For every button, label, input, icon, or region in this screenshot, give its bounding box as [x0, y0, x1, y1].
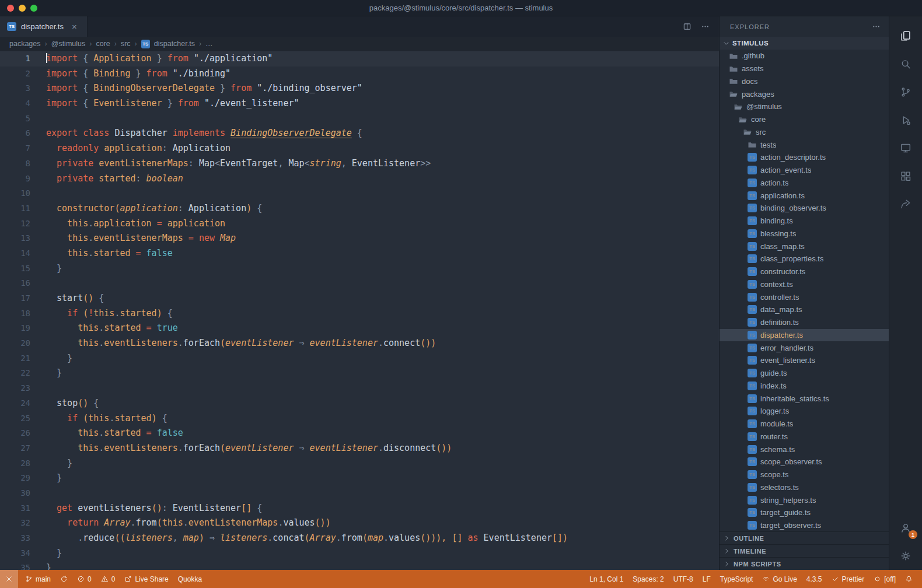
minimize-window-button[interactable]: [19, 5, 26, 12]
code-line-8[interactable]: 8 private eventListenerMaps: Map<EventTa…: [0, 156, 719, 172]
tree-item-router-ts[interactable]: TSrouter.ts: [720, 430, 889, 443]
close-tab-button[interactable]: ×: [72, 22, 77, 31]
problems-warnings[interactable]: 0: [96, 570, 120, 588]
tree-item-module-ts[interactable]: TSmodule.ts: [720, 418, 889, 430]
code-line-3[interactable]: 3import { BindingObserverDelegate } from…: [0, 81, 719, 96]
code-line-1[interactable]: 1import { Application } from "./applicat…: [0, 51, 719, 66]
code-line-7[interactable]: 7 readonly application: Application: [0, 141, 719, 156]
live-share-status[interactable]: Live Share: [120, 570, 173, 588]
activity-source-control[interactable]: [889, 78, 922, 106]
tree-item-docs[interactable]: docs: [720, 75, 889, 88]
code-line-19[interactable]: 19 this.started = true: [0, 321, 719, 336]
code-line-21[interactable]: 21 }: [0, 351, 719, 366]
toggle-off-status[interactable]: [off]: [869, 570, 900, 588]
tree-item-class-properties-ts[interactable]: TSclass_properties.ts: [720, 253, 889, 265]
quokka-status[interactable]: Quokka: [173, 570, 207, 588]
indentation[interactable]: Spaces: 2: [628, 570, 668, 588]
go-live[interactable]: Go Live: [757, 570, 801, 588]
activity-settings[interactable]: [889, 542, 922, 570]
tree-item--stimulus[interactable]: @stimulus: [720, 100, 889, 113]
tree-item-blessing-ts[interactable]: TSblessing.ts: [720, 228, 889, 240]
problems-errors[interactable]: 0: [72, 570, 96, 588]
section-npm-scripts[interactable]: NPM SCRIPTS: [720, 557, 889, 570]
tree-item-context-ts[interactable]: TScontext.ts: [720, 278, 889, 291]
tree-item-target-guide-ts[interactable]: TStarget_guide.ts: [720, 506, 889, 519]
git-branch[interactable]: main: [20, 570, 55, 588]
remote-indicator[interactable]: [0, 570, 18, 588]
code-line-29[interactable]: 29 }: [0, 471, 719, 486]
tree-item-dispatcher-ts[interactable]: TSdispatcher.ts: [720, 329, 889, 342]
tree-item-constructor-ts[interactable]: TSconstructor.ts: [720, 265, 889, 278]
split-editor-button[interactable]: [683, 22, 692, 31]
activity-accounts[interactable]: 1: [889, 514, 922, 542]
tree-item-selectors-ts[interactable]: TSselectors.ts: [720, 481, 889, 494]
code-line-10[interactable]: 10: [0, 186, 719, 201]
code-line-15[interactable]: 15 }: [0, 261, 719, 276]
code-line-14[interactable]: 14 this.started = false: [0, 246, 719, 261]
tree-item-controller-ts[interactable]: TScontroller.ts: [720, 290, 889, 303]
breadcrumb-item-src[interactable]: src: [121, 40, 131, 48]
tree-item-src[interactable]: src: [720, 126, 889, 139]
section-timeline[interactable]: TIMELINE: [720, 544, 889, 557]
typescript-version[interactable]: 4.3.5: [802, 570, 827, 588]
code-line-22[interactable]: 22 }: [0, 366, 719, 381]
code-line-11[interactable]: 11 constructor(application: Application)…: [0, 201, 719, 216]
tree-item-application-ts[interactable]: TSapplication.ts: [720, 189, 889, 202]
tab-dispatcher-ts[interactable]: TS dispatcher.ts ×: [0, 16, 88, 37]
tree-item-schema-ts[interactable]: TSschema.ts: [720, 443, 889, 456]
code-line-32[interactable]: 32 return Array.from(this.eventListenerM…: [0, 516, 719, 531]
code-line-25[interactable]: 25 if (this.started) {: [0, 411, 719, 426]
tree-item-event-listener-ts[interactable]: TSevent_listener.ts: [720, 354, 889, 367]
code-line-20[interactable]: 20 this.eventListeners.forEach(eventList…: [0, 336, 719, 351]
breadcrumb-item-core[interactable]: core: [96, 40, 110, 48]
tree-item-string-helpers-ts[interactable]: TSstring_helpers.ts: [720, 494, 889, 506]
code-line-16[interactable]: 16: [0, 276, 719, 291]
breadcrumb-item-dispatcher-ts[interactable]: dispatcher.ts: [154, 40, 195, 48]
language-mode[interactable]: TypeScript: [715, 570, 758, 588]
encoding[interactable]: UTF-8: [669, 570, 698, 588]
code-line-9[interactable]: 9 private started: boolean: [0, 172, 719, 187]
tree-item-error-handler-ts[interactable]: TSerror_handler.ts: [720, 341, 889, 354]
tree-item-inheritable-statics-ts[interactable]: TSinheritable_statics.ts: [720, 392, 889, 405]
editor-more-button[interactable]: [701, 22, 710, 31]
notifications[interactable]: [900, 570, 917, 588]
prettier-status[interactable]: Prettier: [827, 570, 869, 588]
code-line-2[interactable]: 2import { Binding } from "./binding": [0, 66, 719, 82]
code-line-17[interactable]: 17 start() {: [0, 291, 719, 306]
end-of-line[interactable]: LF: [698, 570, 715, 588]
sync-changes[interactable]: [55, 570, 72, 588]
code-line-28[interactable]: 28 }: [0, 456, 719, 471]
close-window-button[interactable]: [7, 5, 14, 12]
code-line-13[interactable]: 13 this.eventListenerMaps = new Map: [0, 231, 719, 246]
tree-item-action-descriptor-ts[interactable]: TSaction_descriptor.ts: [720, 151, 889, 164]
code-line-27[interactable]: 27 this.eventListeners.forEach(eventList…: [0, 441, 719, 456]
tree-item-core[interactable]: core: [720, 113, 889, 126]
tree-item-index-ts[interactable]: TSindex.ts: [720, 380, 889, 393]
tree-item-target-observer-ts[interactable]: TStarget_observer.ts: [720, 519, 889, 531]
code-line-34[interactable]: 34 }: [0, 546, 719, 561]
tree-item-data-map-ts[interactable]: TSdata_map.ts: [720, 303, 889, 316]
cursor-position[interactable]: Ln 1, Col 1: [585, 570, 628, 588]
code-line-30[interactable]: 30: [0, 486, 719, 501]
zoom-window-button[interactable]: [30, 5, 37, 12]
tree-item-logger-ts[interactable]: TSlogger.ts: [720, 405, 889, 418]
tree-item-scope-observer-ts[interactable]: TSscope_observer.ts: [720, 456, 889, 468]
section-outline[interactable]: OUTLINE: [720, 531, 889, 544]
code-line-33[interactable]: 33 .reduce((listeners, map) ⇒ listeners.…: [0, 531, 719, 546]
code-line-18[interactable]: 18 if (!this.started) {: [0, 306, 719, 321]
code-editor[interactable]: 1import { Application } from "./applicat…: [0, 51, 719, 570]
code-line-26[interactable]: 26 this.started = false: [0, 426, 719, 441]
activity-remote-explorer[interactable]: [889, 134, 922, 162]
code-line-12[interactable]: 12 this.application = application: [0, 216, 719, 232]
code-line-31[interactable]: 31 get eventListeners(): EventListener[]…: [0, 501, 719, 516]
activity-extensions[interactable]: [889, 162, 922, 190]
breadcrumb-item--[interactable]: …: [205, 40, 213, 48]
code-line-6[interactable]: 6export class Dispatcher implements Bind…: [0, 126, 719, 141]
activity-live-share[interactable]: [889, 190, 922, 218]
code-line-4[interactable]: 4import { EventListener } from "./event_…: [0, 96, 719, 111]
tree-item--github[interactable]: .github: [720, 50, 889, 62]
tree-item-action-ts[interactable]: TSaction.ts: [720, 177, 889, 190]
tree-item-binding-ts[interactable]: TSbinding.ts: [720, 215, 889, 228]
tree-item-packages[interactable]: packages: [720, 88, 889, 100]
tree-item-binding-observer-ts[interactable]: TSbinding_observer.ts: [720, 202, 889, 215]
